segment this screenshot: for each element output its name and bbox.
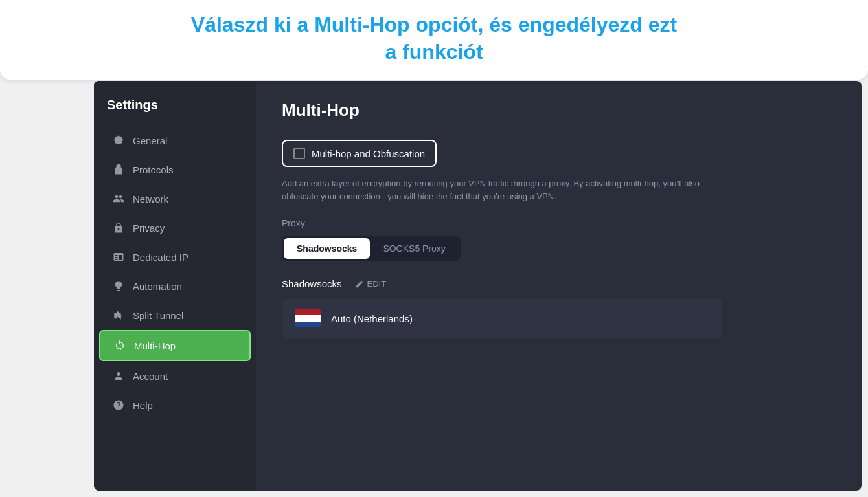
multihop-checkbox-label: Multi-hop and Obfuscation — [312, 148, 425, 159]
netherlands-flag — [295, 309, 321, 327]
flag-blue-stripe — [295, 322, 321, 327]
app-window: Settings General Protocols — [94, 81, 862, 491]
shadowsocks-header: Shadowsocks EDIT — [282, 276, 836, 291]
sidebar-item-dedicated-ip[interactable]: Dedicated IP — [99, 243, 251, 271]
automation-icon — [112, 280, 125, 293]
edit-button[interactable]: EDIT — [350, 276, 392, 291]
help-icon — [112, 399, 125, 412]
gear-icon — [112, 134, 125, 147]
flag-red-stripe — [295, 309, 321, 315]
sidebar-item-protocols[interactable]: Protocols — [99, 155, 251, 184]
sidebar-title: Settings — [94, 87, 256, 126]
instruction-banner: Válaszd ki a Multi-Hop opciót, és engedé… — [0, 0, 868, 80]
protocols-icon — [112, 163, 125, 176]
description-text: Add an extra layer of encryption by rero… — [282, 177, 722, 203]
banner-text: Válaszd ki a Multi-Hop opciót, és engedé… — [13, 12, 855, 65]
network-icon — [112, 192, 125, 205]
shadowsocks-title: Shadowsocks — [282, 278, 342, 289]
sidebar-automation-label: Automation — [133, 281, 182, 292]
multihop-checkbox[interactable] — [293, 148, 305, 159]
sidebar-item-automation[interactable]: Automation — [99, 272, 251, 300]
multihop-checkbox-container[interactable]: Multi-hop and Obfuscation — [282, 140, 437, 167]
multi-hop-icon — [113, 339, 126, 352]
sidebar-item-network[interactable]: Network — [99, 184, 251, 213]
account-icon — [112, 370, 125, 382]
privacy-icon — [112, 221, 125, 234]
main-content: Multi-Hop Multi-hop and Obfuscation Add … — [256, 81, 862, 491]
split-tunnel-icon — [112, 309, 125, 322]
sidebar-protocols-label: Protocols — [133, 164, 174, 175]
sidebar-item-privacy[interactable]: Privacy — [99, 214, 251, 242]
sidebar-multi-hop-label: Multi-Hop — [134, 340, 176, 351]
sidebar-item-general[interactable]: General — [99, 126, 251, 155]
dedicated-ip-icon — [112, 250, 125, 263]
sidebar-item-account[interactable]: Account — [99, 362, 251, 390]
flag-white-stripe — [295, 315, 321, 321]
sidebar-split-tunnel-label: Split Tunnel — [133, 310, 183, 321]
pencil-icon — [355, 280, 364, 289]
tab-socks5[interactable]: SOCKS5 Proxy — [370, 238, 458, 259]
sidebar-privacy-label: Privacy — [133, 223, 165, 234]
sidebar-account-label: Account — [133, 371, 168, 382]
sidebar-item-help[interactable]: Help — [99, 391, 251, 419]
location-card[interactable]: Auto (Netherlands) — [282, 299, 722, 338]
tab-shadowsocks[interactable]: Shadowsocks — [284, 238, 370, 259]
proxy-label: Proxy — [282, 218, 836, 228]
edit-label: EDIT — [367, 279, 387, 289]
sidebar-item-multi-hop[interactable]: Multi-Hop — [99, 330, 251, 361]
proxy-tabs: Shadowsocks SOCKS5 Proxy — [282, 236, 461, 261]
location-name: Auto (Netherlands) — [331, 313, 413, 324]
sidebar-dedicated-ip-label: Dedicated IP — [133, 252, 188, 263]
sidebar-network-label: Network — [133, 193, 168, 204]
sidebar-help-label: Help — [133, 400, 153, 411]
sidebar-general-label: General — [133, 135, 167, 146]
page-title: Multi-Hop — [282, 100, 836, 120]
sidebar-item-split-tunnel[interactable]: Split Tunnel — [99, 301, 251, 329]
sidebar: Settings General Protocols — [94, 81, 256, 491]
